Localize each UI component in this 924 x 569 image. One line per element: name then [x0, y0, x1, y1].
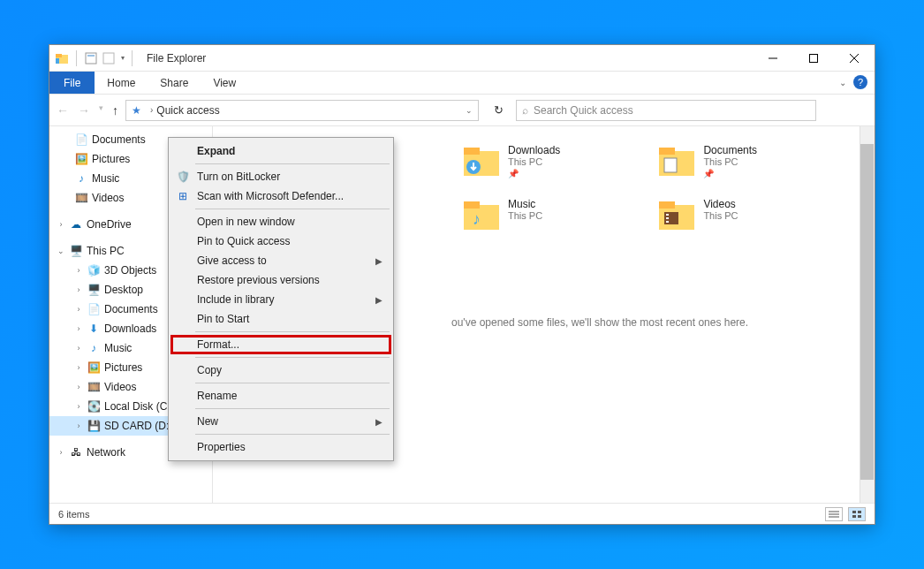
menu-separator [195, 331, 390, 332]
desktop-icon: 🖥️ [87, 283, 101, 297]
expand-icon[interactable]: › [74, 363, 83, 372]
menu-give-access[interactable]: Give access to▶ [170, 251, 391, 270]
disk-icon: 💽 [87, 399, 101, 413]
pin-icon: 📌 [508, 169, 560, 178]
expand-icon[interactable]: › [74, 421, 83, 430]
scrollbar-thumb[interactable] [860, 144, 874, 480]
expand-icon[interactable]: › [57, 220, 65, 229]
tab-file[interactable]: File [49, 72, 95, 94]
videos-icon: 🎞️ [74, 191, 88, 205]
expand-icon[interactable]: › [74, 324, 83, 333]
menu-label: New [197, 415, 218, 428]
search-input[interactable]: ⌕ Search Quick access [516, 100, 816, 121]
menu-format[interactable]: Format... [170, 335, 391, 354]
sidebar-item-label: This PC [87, 245, 125, 257]
folder-name: Downloads [508, 144, 560, 156]
shield-icon: 🛡️ [176, 170, 190, 184]
menu-copy[interactable]: Copy [170, 360, 391, 380]
scrollbar[interactable] [860, 126, 875, 503]
refresh-button[interactable]: ↻ [488, 100, 509, 121]
properties-qat-icon[interactable] [84, 51, 98, 65]
music-icon: ♪ [74, 171, 88, 186]
menu-properties[interactable]: Properties [170, 437, 391, 457]
search-placeholder: Search Quick access [534, 104, 633, 117]
sidebar-item-label: Network [87, 446, 125, 459]
expand-icon[interactable]: › [74, 402, 83, 411]
details-view-button[interactable] [825, 507, 843, 521]
menu-open-new-window[interactable]: Open in new window [170, 212, 391, 231]
expand-icon[interactable]: › [57, 448, 65, 457]
recent-dropdown-icon[interactable]: ▾ [99, 103, 103, 118]
tab-view[interactable]: View [201, 72, 248, 94]
menu-separator [195, 357, 390, 358]
expand-icon[interactable]: › [74, 285, 83, 294]
sidebar-item-label: Local Disk (C: [104, 400, 170, 413]
expand-icon[interactable]: › [74, 266, 83, 275]
sidebar-item-label: Pictures [104, 361, 142, 374]
menu-pin-start[interactable]: Pin to Start [170, 309, 391, 329]
svg-rect-11 [464, 148, 480, 155]
svg-rect-18 [664, 158, 677, 172]
new-folder-qat-icon[interactable] [102, 51, 116, 65]
submenu-arrow-icon: ▶ [375, 417, 382, 427]
status-bar: 6 items [49, 503, 875, 524]
svg-rect-22 [666, 214, 669, 216]
qat-dropdown-icon[interactable]: ▾ [121, 54, 125, 62]
menu-rename[interactable]: Rename [170, 386, 391, 406]
submenu-arrow-icon: ▶ [375, 256, 382, 266]
large-icons-view-button[interactable] [848, 507, 866, 521]
help-icon[interactable]: ? [853, 75, 867, 89]
sidebar-item-label: SD CARD (D:) [104, 420, 172, 432]
maximize-button[interactable] [793, 45, 834, 72]
titlebar-left: ▾ File Explorer [49, 50, 206, 66]
menu-restore-versions[interactable]: Restore previous versions [170, 270, 391, 290]
document-icon: 📄 [87, 302, 101, 316]
folder-music[interactable]: ♪ MusicThis PC [462, 198, 560, 231]
folder-documents[interactable]: DocumentsThis PC📌 [657, 144, 757, 178]
expand-icon[interactable]: › [74, 344, 83, 353]
menu-expand[interactable]: Expand [170, 141, 391, 161]
svg-rect-4 [87, 55, 95, 57]
sidebar-item-label: Downloads [104, 322, 156, 335]
menu-pin-quick-access[interactable]: Pin to Quick access [170, 231, 391, 251]
menu-bitlocker[interactable]: 🛡️Turn on BitLocker [170, 167, 391, 186]
pictures-icon: 🖼️ [74, 152, 88, 166]
folder-videos[interactable]: VideosThis PC [657, 198, 757, 231]
menu-new[interactable]: New▶ [170, 412, 391, 431]
ribbon-expand-icon[interactable]: ⌄ [839, 78, 846, 87]
back-button[interactable]: ← [57, 103, 69, 118]
documents-folder-icon [657, 144, 696, 178]
collapse-icon[interactable]: ⌄ [57, 247, 65, 255]
menu-label: Include in library [197, 293, 274, 306]
tab-home[interactable]: Home [95, 72, 148, 94]
folder-location: This PC [508, 210, 542, 221]
forward-button[interactable]: → [78, 103, 90, 118]
titlebar: ▾ File Explorer [49, 45, 875, 72]
address-bar[interactable]: ★ › Quick access ⌄ [125, 100, 479, 121]
up-button[interactable]: ↑ [112, 103, 118, 118]
context-menu: Expand 🛡️Turn on BitLocker ⊞Scan with Mi… [168, 137, 394, 461]
sidebar-item-label: Documents [104, 303, 158, 315]
sidebar-item-label: Videos [92, 192, 124, 204]
menu-label: Turn on BitLocker [197, 171, 280, 183]
folder-location: This PC [703, 156, 757, 167]
folder-location: This PC [703, 210, 738, 221]
sidebar-item-label: Desktop [104, 284, 143, 296]
minimize-button[interactable] [753, 45, 793, 72]
svg-rect-7 [810, 54, 818, 62]
svg-rect-23 [666, 217, 669, 219]
close-button[interactable] [834, 45, 875, 72]
menu-defender[interactable]: ⊞Scan with Microsoft Defender... [170, 186, 391, 206]
videos-folder-icon [657, 198, 696, 231]
svg-rect-28 [852, 511, 856, 513]
window-controls [753, 45, 875, 72]
expand-icon[interactable]: › [74, 305, 83, 314]
expand-icon[interactable]: › [74, 383, 83, 391]
network-icon: 🖧 [69, 445, 83, 459]
address-dropdown-icon[interactable]: ⌄ [466, 106, 473, 115]
folder-downloads[interactable]: DownloadsThis PC📌 [462, 144, 560, 178]
svg-rect-17 [659, 148, 675, 155]
tab-share[interactable]: Share [148, 72, 201, 94]
menu-include-library[interactable]: Include in library▶ [170, 290, 391, 309]
defender-icon: ⊞ [176, 189, 190, 203]
